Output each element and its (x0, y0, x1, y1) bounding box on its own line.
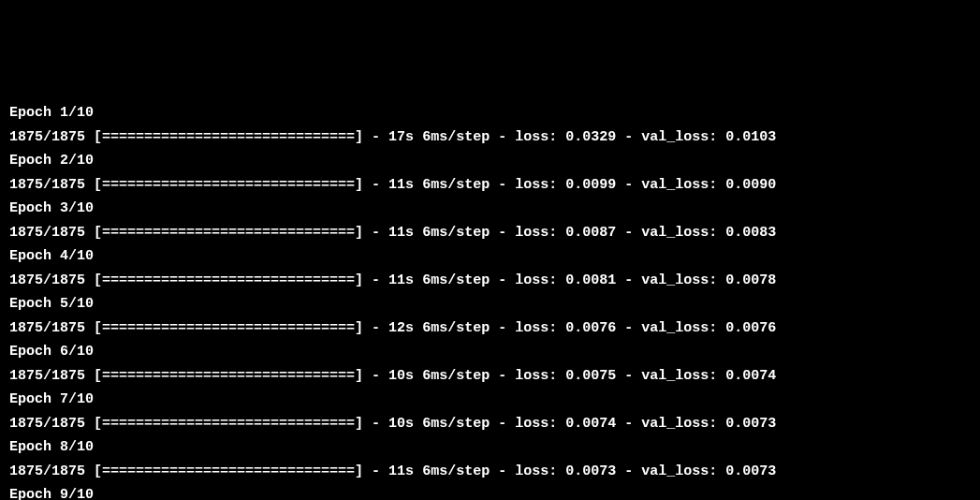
epoch-progress-line: 1875/1875 [=============================… (9, 316, 971, 341)
epoch-header: Epoch 2/10 (9, 149, 971, 173)
val-loss-value: 0.0090 (725, 177, 776, 193)
step-counter: 1875/1875 (9, 225, 85, 241)
epoch-time: 11s (388, 272, 414, 288)
epoch-header: Epoch 8/10 (9, 435, 971, 460)
loss-value: 0.0087 (565, 225, 616, 241)
progress-bar: [==============================] (94, 368, 363, 384)
progress-bar: [==============================] (94, 416, 363, 432)
progress-bar: [==============================] (94, 272, 363, 288)
epoch-header: Epoch 3/10 (9, 197, 971, 221)
progress-bar: [==============================] (94, 463, 363, 479)
loss-value: 0.0073 (565, 463, 616, 479)
val-loss-value: 0.0083 (725, 225, 776, 241)
epoch-time: 11s (388, 463, 414, 479)
epoch-header: Epoch 7/10 (9, 388, 971, 412)
epoch-header: Epoch 1/10 (9, 101, 971, 125)
val-loss-value: 0.0076 (725, 320, 776, 336)
terminal-output: Epoch 1/101875/1875 [===================… (9, 101, 971, 500)
progress-bar: [==============================] (94, 225, 363, 241)
epoch-header: Epoch 5/10 (9, 292, 971, 316)
per-step-time: 6ms/step (422, 272, 490, 288)
loss-value: 0.0099 (565, 177, 616, 193)
loss-value: 0.0329 (565, 129, 616, 145)
per-step-time: 6ms/step (422, 368, 490, 384)
epoch-header: Epoch 6/10 (9, 340, 971, 364)
epoch-progress-line: 1875/1875 [=============================… (9, 364, 971, 389)
val-loss-value: 0.0073 (725, 463, 776, 479)
per-step-time: 6ms/step (422, 225, 490, 241)
val-loss-value: 0.0073 (725, 416, 776, 432)
step-counter: 1875/1875 (9, 177, 85, 193)
step-counter: 1875/1875 (9, 463, 85, 479)
epoch-time: 10s (388, 368, 414, 384)
loss-value: 0.0076 (565, 320, 616, 336)
step-counter: 1875/1875 (9, 368, 85, 384)
epoch-progress-line: 1875/1875 [=============================… (9, 173, 971, 198)
step-counter: 1875/1875 (9, 129, 85, 145)
epoch-time: 17s (388, 129, 414, 145)
epoch-progress-line: 1875/1875 [=============================… (9, 269, 971, 293)
epoch-progress-line: 1875/1875 [=============================… (9, 460, 971, 484)
val-loss-value: 0.0074 (725, 368, 776, 384)
epoch-progress-line: 1875/1875 [=============================… (9, 125, 971, 150)
loss-value: 0.0074 (565, 416, 616, 432)
val-loss-value: 0.0103 (725, 129, 776, 145)
progress-bar: [==============================] (94, 320, 363, 336)
epoch-progress-line: 1875/1875 [=============================… (9, 412, 971, 436)
progress-bar: [==============================] (94, 129, 363, 145)
epoch-time: 10s (388, 416, 414, 432)
per-step-time: 6ms/step (422, 463, 490, 479)
loss-value: 0.0081 (565, 272, 616, 288)
epoch-time: 11s (388, 177, 414, 193)
step-counter: 1875/1875 (9, 320, 85, 336)
epoch-time: 11s (388, 225, 414, 241)
per-step-time: 6ms/step (422, 129, 490, 145)
epoch-header: Epoch 4/10 (9, 244, 971, 269)
epoch-progress-line: 1875/1875 [=============================… (9, 221, 971, 245)
loss-value: 0.0075 (565, 368, 616, 384)
per-step-time: 6ms/step (422, 320, 490, 336)
progress-bar: [==============================] (94, 177, 363, 193)
per-step-time: 6ms/step (422, 177, 490, 193)
epoch-header: Epoch 9/10 (9, 483, 971, 500)
val-loss-value: 0.0078 (725, 272, 776, 288)
step-counter: 1875/1875 (9, 416, 85, 432)
epoch-time: 12s (388, 320, 414, 336)
per-step-time: 6ms/step (422, 416, 490, 432)
step-counter: 1875/1875 (9, 272, 85, 288)
